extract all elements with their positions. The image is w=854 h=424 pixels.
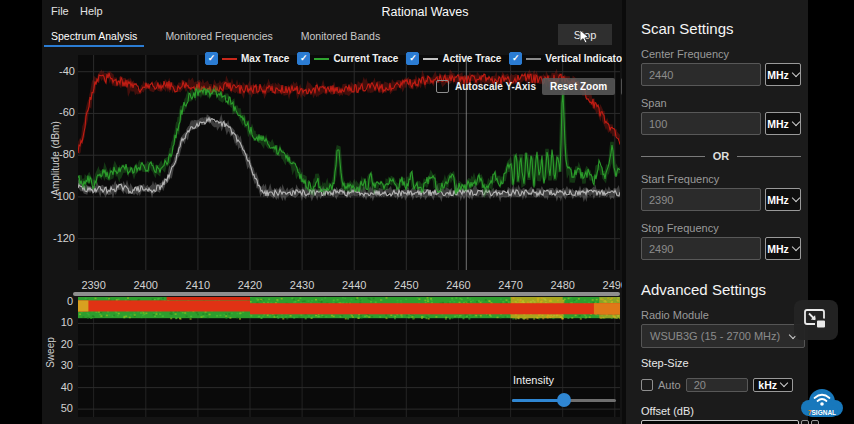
x-tick-label: 2470 bbox=[491, 279, 531, 291]
y-tick-label: -40 bbox=[42, 65, 75, 77]
span-label: Span bbox=[641, 97, 801, 109]
advanced-settings-title: Advanced Settings bbox=[641, 281, 801, 298]
vertical-indicator-checkbox[interactable]: ✓ bbox=[509, 52, 522, 65]
legend-label: Vertical Indicator bbox=[545, 53, 626, 64]
brand-logo: 7SIGNAL bbox=[799, 381, 845, 423]
span-input[interactable] bbox=[641, 112, 761, 135]
unit-label: MHz bbox=[767, 118, 789, 130]
sweep-tick-label: 30 bbox=[42, 359, 73, 371]
chevron-down-icon bbox=[792, 69, 800, 77]
y-tick-label: -80 bbox=[42, 148, 75, 160]
max-trace-checkbox[interactable]: ✓ bbox=[205, 52, 218, 65]
unit-label: MHz bbox=[767, 194, 789, 206]
x-tick-label: 2420 bbox=[230, 279, 270, 291]
start-frequency-unit-select[interactable]: MHz bbox=[765, 188, 801, 211]
autoscale-label: Autoscale Y-Axis bbox=[455, 81, 536, 92]
stop-frequency-input[interactable] bbox=[641, 237, 761, 260]
step-size-unit-select[interactable]: kHz bbox=[753, 378, 793, 392]
autoscale-checkbox[interactable] bbox=[436, 80, 449, 93]
reset-zoom-button[interactable]: Reset Zoom bbox=[542, 78, 615, 95]
vertical-indicator-swatch bbox=[526, 58, 541, 60]
x-tick-label: 2410 bbox=[178, 279, 218, 291]
unit-label: kHz bbox=[758, 379, 777, 391]
stop-frequency-unit-select[interactable]: MHz bbox=[765, 237, 801, 260]
step-size-auto-checkbox[interactable] bbox=[641, 379, 653, 391]
x-tick-label: 2430 bbox=[282, 279, 322, 291]
y-tick-label: -120 bbox=[42, 232, 75, 244]
screen-share-overlay-icon[interactable] bbox=[794, 300, 838, 340]
scan-settings-title: Scan Settings bbox=[641, 20, 801, 37]
radio-module-value: WSUB3G (15 - 2700 MHz) bbox=[650, 330, 780, 342]
or-label: OR bbox=[713, 150, 730, 162]
legend-item-active-trace: ✓ Active Trace bbox=[406, 52, 501, 65]
radio-module-select[interactable]: WSUB3G (15 - 2700 MHz) bbox=[641, 324, 805, 348]
active-trace-checkbox[interactable]: ✓ bbox=[406, 52, 419, 65]
sweep-axis-label: Sweep bbox=[45, 323, 56, 383]
active-trace-swatch bbox=[423, 58, 438, 60]
y-tick-label: -100 bbox=[42, 190, 75, 202]
sweep-tick-label: 0 bbox=[42, 295, 73, 307]
app-window: File Help Rational Waves × Spectrum Anal… bbox=[42, 0, 808, 424]
chevron-down-icon bbox=[792, 243, 800, 251]
offset-input[interactable] bbox=[641, 420, 799, 424]
step-size-input[interactable] bbox=[686, 378, 748, 392]
or-divider: OR bbox=[641, 150, 801, 162]
center-frequency-input[interactable] bbox=[641, 63, 761, 86]
sweep-tick-label: 50 bbox=[42, 402, 73, 414]
trace-legend: ✓ Max Trace ✓ Current Trace ✓ Active Tra… bbox=[205, 52, 684, 65]
svg-text:7SIGNAL: 7SIGNAL bbox=[808, 409, 836, 416]
offset-label: Offset (dB) bbox=[641, 405, 801, 417]
intensity-slider[interactable] bbox=[512, 392, 616, 408]
legend-item-max-trace: ✓ Max Trace bbox=[205, 52, 289, 65]
x-tick-label: 2450 bbox=[386, 279, 426, 291]
start-frequency-input[interactable] bbox=[641, 188, 761, 211]
x-tick-label: 2480 bbox=[543, 279, 583, 291]
current-trace-checkbox[interactable]: ✓ bbox=[297, 52, 310, 65]
unit-label: MHz bbox=[767, 69, 789, 81]
x-tick-label: 2460 bbox=[438, 279, 478, 291]
tab-bar: Spectrum Analysis Monitored Frequencies … bbox=[42, 23, 380, 48]
current-trace-swatch bbox=[314, 58, 329, 60]
sweep-tick-label: 10 bbox=[42, 316, 73, 328]
center-frequency-label: Center Frequency bbox=[641, 48, 801, 60]
intensity-label: Intensity bbox=[513, 374, 554, 386]
span-unit-select[interactable]: MHz bbox=[765, 112, 801, 135]
legend-item-vertical-indicator: ✓ Vertical Indicator bbox=[509, 52, 626, 65]
legend-item-current-trace: ✓ Current Trace bbox=[297, 52, 398, 65]
x-tick-label: 2390 bbox=[74, 279, 114, 291]
chevron-down-icon bbox=[792, 194, 800, 202]
chevron-down-icon bbox=[792, 118, 800, 126]
x-tick-label: 2400 bbox=[126, 279, 166, 291]
legend-label: Active Trace bbox=[442, 53, 501, 64]
step-size-label: Step-Size bbox=[641, 357, 801, 369]
step-size-auto-label: Auto bbox=[658, 379, 681, 391]
stop-frequency-label: Stop Frequency bbox=[641, 222, 801, 234]
tab-monitored-frequencies[interactable]: Monitored Frequencies bbox=[165, 23, 272, 48]
radio-module-label: Radio Module bbox=[641, 309, 801, 321]
tab-spectrum-analysis[interactable]: Spectrum Analysis bbox=[51, 23, 137, 48]
start-frequency-label: Start Frequency bbox=[641, 173, 801, 185]
logo-text: SIGNAL bbox=[812, 409, 837, 416]
slider-thumb[interactable] bbox=[557, 393, 571, 407]
max-trace-swatch bbox=[222, 58, 237, 60]
sweep-tick-label: 40 bbox=[42, 381, 73, 393]
waterfall-scrollbar[interactable] bbox=[73, 292, 620, 296]
x-tick-label: 2440 bbox=[334, 279, 374, 291]
legend-label: Current Trace bbox=[333, 53, 398, 64]
chevron-down-icon bbox=[780, 379, 788, 387]
sweep-tick-label: 20 bbox=[42, 338, 73, 350]
settings-panel: Scan Settings Center Frequency MHz Span … bbox=[622, 0, 808, 424]
center-frequency-unit-select[interactable]: MHz bbox=[765, 63, 801, 86]
screen: File Help Rational Waves × Spectrum Anal… bbox=[0, 0, 854, 424]
y-tick-label: -60 bbox=[42, 106, 75, 118]
mouse-cursor bbox=[579, 29, 593, 45]
unit-label: MHz bbox=[767, 243, 789, 255]
legend-label: Max Trace bbox=[241, 53, 289, 64]
tab-monitored-bands[interactable]: Monitored Bands bbox=[301, 23, 380, 48]
